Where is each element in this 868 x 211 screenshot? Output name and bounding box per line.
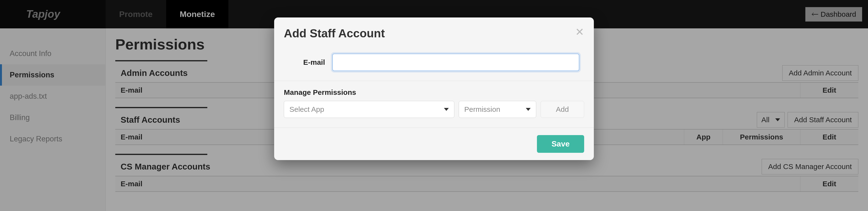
modal-footer: Save [274,128,594,160]
select-permission-dropdown[interactable]: Permission [459,101,536,118]
divider [274,81,594,81]
permission-placeholder: Permission [464,105,500,113]
save-button[interactable]: Save [537,135,584,153]
add-permission-button[interactable]: Add [540,101,584,118]
chevron-down-icon [444,108,449,111]
modal-body: E-mail Manage Permissions Select App Per… [274,54,594,128]
modal-title: Add Staff Account [284,27,385,40]
manage-permissions-label: Manage Permissions [284,88,584,97]
add-staff-account-modal: Add Staff Account ✕ E-mail Manage Permis… [274,18,594,160]
select-app-dropdown[interactable]: Select App [284,101,454,118]
modal-header: Add Staff Account ✕ [274,18,594,54]
permissions-row: Select App Permission Add [284,101,584,118]
email-label: E-mail [284,58,332,67]
email-row: E-mail [284,54,584,71]
select-app-placeholder: Select App [289,105,324,113]
chevron-down-icon [526,108,531,111]
close-icon[interactable]: ✕ [575,27,584,37]
email-field[interactable] [332,54,579,71]
